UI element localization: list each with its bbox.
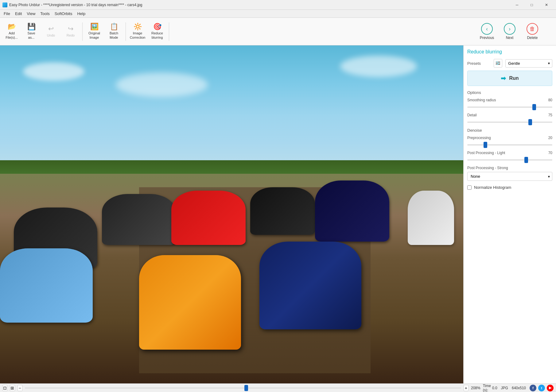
preprocessing-slider[interactable] (467, 144, 552, 146)
save-as-label: Save as... (27, 31, 35, 39)
original-image-icon: 🖼️ (90, 23, 99, 30)
menu-bar: File Edit View Tools SoftOrbits Help (0, 10, 556, 18)
detail-row: Detail 75 (467, 113, 552, 124)
post-processing-light-slider[interactable] (467, 159, 552, 161)
undo-icon: ↩ (48, 25, 54, 32)
smoothing-radius-slider[interactable] (467, 107, 552, 108)
zoom-out-button[interactable]: − (17, 385, 22, 391)
presets-select-wrapper: Gentle Normal Strong Custom ▼ (505, 59, 552, 68)
delete-button[interactable]: 🗑 Delete (522, 21, 543, 42)
post-processing-strong-dropdown[interactable]: None Light Medium Strong (467, 172, 552, 181)
detail-slider[interactable] (467, 122, 552, 123)
image-display (0, 45, 463, 383)
previous-label: Previous (480, 36, 494, 40)
zoom-in-button[interactable]: + (464, 385, 469, 391)
post-processing-light-row: Post Processing - Light 70 (467, 151, 552, 161)
time-info: Time (s): 0.0 (483, 384, 497, 392)
presets-dropdown[interactable]: Gentle Normal Strong Custom (505, 59, 552, 68)
normalize-histogram-checkbox[interactable] (467, 185, 472, 190)
sliders-icon (496, 61, 500, 66)
normalize-histogram-row: Normalize Histogram (467, 185, 552, 190)
redo-label: Redo (67, 33, 75, 37)
run-label: Run (509, 76, 519, 81)
facebook-icon[interactable]: f (530, 385, 536, 391)
format-label: JPG (501, 386, 508, 390)
batch-mode-button[interactable]: 📋 Batch Mode (105, 20, 123, 43)
cloud-1 (23, 62, 84, 81)
detail-label: Detail (467, 113, 477, 117)
delete-label: Delete (527, 36, 538, 40)
smoothing-radius-label: Smoothing radius (467, 98, 496, 102)
menu-tools[interactable]: Tools (38, 10, 52, 17)
car-navy (259, 242, 361, 329)
add-files-icon: 📂 (8, 23, 16, 30)
maximize-button[interactable]: □ (525, 0, 539, 10)
time-label: Time (s): (483, 384, 491, 392)
toolbar: 📂 Add File(s)... 💾 Save as... ↩ Undo ↪ R… (0, 18, 556, 45)
normalize-histogram-label[interactable]: Normalize Histogram (474, 185, 511, 190)
window-controls: ─ □ ✕ (510, 0, 554, 10)
presets-label: Presets (467, 61, 491, 66)
image-panel[interactable] (0, 45, 463, 383)
menu-softorbits[interactable]: SoftOrbits (52, 10, 75, 17)
undo-label: Undo (47, 33, 55, 37)
zoom-value: 208% (471, 386, 480, 390)
add-files-button[interactable]: 📂 Add File(s)... (2, 20, 21, 43)
previous-button[interactable]: ‹ Previous (476, 21, 498, 42)
minimize-button[interactable]: ─ (510, 0, 524, 10)
post-processing-light-value: 70 (548, 151, 552, 155)
delete-icon: 🗑 (527, 23, 538, 35)
menu-edit[interactable]: Edit (13, 10, 24, 17)
toolbar-separator-1 (82, 22, 83, 41)
preprocessing-row: Preprocessing 20 (467, 136, 552, 146)
run-button[interactable]: ➡ Run (467, 71, 552, 86)
redo-button[interactable]: ↪ Redo (61, 20, 80, 43)
car-lightblue (0, 248, 93, 323)
status-info: Time (s): 0.0 JPG 640x510 f t ▶ (483, 384, 554, 392)
image-correction-button[interactable]: 🔆 Image Correction (128, 20, 147, 43)
svg-point-3 (496, 61, 498, 63)
original-image-label: Original Image (88, 31, 100, 39)
batch-mode-label: Batch Mode (110, 31, 118, 39)
run-arrow-icon: ➡ (501, 75, 506, 82)
next-icon: › (504, 23, 515, 35)
car-black-right (250, 187, 315, 235)
car-red (171, 191, 245, 245)
original-image-button[interactable]: 🖼️ Original Image (85, 20, 103, 43)
dimensions-label: 640x510 (512, 386, 526, 390)
car-darkblue-farright (315, 180, 389, 241)
options-label: Options (467, 90, 552, 95)
car-white (408, 191, 454, 245)
reduce-blurring-label: Reduce blurring (151, 31, 163, 39)
image-correction-icon: 🔆 (134, 23, 142, 30)
fit-to-window-button[interactable]: ⊡ (2, 385, 7, 391)
post-processing-strong-label: Post Processing - Strong (467, 166, 508, 170)
reduce-blurring-icon: 🎯 (153, 23, 161, 30)
detail-value: 75 (548, 113, 552, 117)
post-processing-strong-wrapper: None Light Medium Strong ▼ (467, 172, 552, 181)
window-title: Easy Photo Unblur - ****Unregistered ver… (9, 3, 142, 7)
next-button[interactable]: › Next (499, 21, 520, 42)
undo-button[interactable]: ↩ Undo (42, 20, 60, 43)
presets-icon-button[interactable] (494, 59, 502, 68)
twitter-icon[interactable]: t (538, 385, 545, 391)
zoom-actual-button[interactable]: ⊞ (10, 385, 15, 391)
reduce-blurring-button[interactable]: 🎯 Reduce blurring (148, 20, 166, 43)
menu-file[interactable]: File (1, 10, 13, 17)
menu-help[interactable]: Help (75, 10, 88, 17)
main-area: Reduce blurring Presets Gentle Normal (0, 45, 556, 383)
preprocessing-value: 20 (548, 136, 552, 140)
toolbar-separator-3 (169, 22, 169, 41)
zoom-slider[interactable] (25, 387, 461, 389)
close-button[interactable]: ✕ (539, 0, 554, 10)
next-label: Next (506, 36, 514, 40)
save-as-button[interactable]: 💾 Save as... (22, 20, 41, 43)
menu-view[interactable]: View (24, 10, 38, 17)
image-correction-label: Image Correction (130, 31, 146, 39)
presets-row: Presets Gentle Normal Strong Custom (467, 59, 552, 68)
youtube-icon[interactable]: ▶ (547, 385, 554, 391)
social-links: f t ▶ (530, 385, 554, 391)
car-orange (139, 255, 241, 350)
cloud-3 (340, 56, 417, 77)
svg-point-5 (497, 64, 498, 65)
